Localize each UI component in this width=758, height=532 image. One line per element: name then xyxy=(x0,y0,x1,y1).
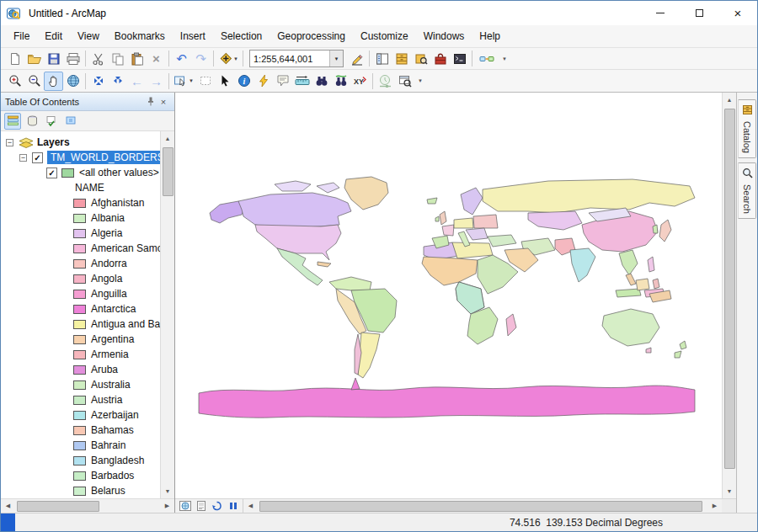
save-button[interactable] xyxy=(44,49,63,68)
list-by-drawing-order-button[interactable] xyxy=(4,113,21,130)
legend-item[interactable]: Austria xyxy=(1,392,160,407)
legend-item[interactable]: Andorra xyxy=(1,256,160,271)
legend-swatch[interactable] xyxy=(73,259,86,269)
legend-item[interactable]: Argentina xyxy=(1,332,160,347)
menu-geoprocessing[interactable]: Geoprocessing xyxy=(270,25,353,47)
legend-swatch[interactable] xyxy=(73,487,86,496)
toc-horizontal-scrollbar[interactable]: ◀ ▶ xyxy=(1,498,174,513)
add-data-button[interactable]: ▼ xyxy=(216,49,240,68)
scrollbar-thumb[interactable] xyxy=(17,501,99,512)
legend-item[interactable]: Armenia xyxy=(1,347,160,362)
menu-view[interactable]: View xyxy=(70,25,107,47)
redo-button[interactable]: ↷ xyxy=(191,49,211,68)
undo-button[interactable]: ↶ xyxy=(172,49,191,68)
pause-drawing-button[interactable] xyxy=(226,500,240,513)
legend-item[interactable]: Angola xyxy=(1,271,160,286)
legend-item[interactable]: Antarctica xyxy=(1,301,160,317)
toolbar-overflow-icon[interactable]: ▼ xyxy=(418,78,423,83)
pan-tool-button[interactable] xyxy=(44,72,63,91)
scroll-up-icon[interactable]: ▲ xyxy=(723,93,737,107)
menu-file[interactable]: File xyxy=(6,25,37,47)
legend-item[interactable]: Anguilla xyxy=(1,286,160,301)
zoom-in-button[interactable] xyxy=(5,72,24,91)
tree-item-layer[interactable]: − ✓ TM_WORLD_BORDERS xyxy=(1,150,160,165)
go-to-xy-button[interactable]: XY xyxy=(350,72,370,91)
scroll-right-icon[interactable]: ▶ xyxy=(707,499,722,513)
legend-item[interactable]: Australia xyxy=(1,377,160,392)
editor-toolbar-button[interactable] xyxy=(347,49,366,68)
legend-swatch[interactable] xyxy=(73,229,86,238)
scroll-left-icon[interactable]: ◀ xyxy=(1,499,15,513)
legend-swatch[interactable] xyxy=(73,456,86,466)
back-extent-button[interactable]: ← xyxy=(127,72,147,91)
identify-button[interactable]: i xyxy=(234,72,254,91)
refresh-view-button[interactable] xyxy=(210,500,224,513)
minimize-button[interactable] xyxy=(641,1,680,25)
fixed-zoom-in-button[interactable] xyxy=(88,72,108,91)
menu-bookmarks[interactable]: Bookmarks xyxy=(107,25,173,47)
toolbar-overflow-icon[interactable]: ▼ xyxy=(502,56,507,61)
menu-windows[interactable]: Windows xyxy=(416,25,472,47)
legend-item[interactable]: Aruba xyxy=(1,362,160,377)
tree-item-layers[interactable]: − Layers xyxy=(1,135,160,150)
legend-swatch[interactable] xyxy=(73,396,86,405)
scrollbar-thumb[interactable] xyxy=(724,109,735,469)
layout-view-button[interactable] xyxy=(194,500,208,513)
legend-swatch[interactable] xyxy=(73,471,86,481)
list-by-visibility-button[interactable] xyxy=(43,113,60,130)
scroll-down-icon[interactable]: ▼ xyxy=(161,484,175,498)
viewer-window-button[interactable] xyxy=(395,72,414,91)
menu-edit[interactable]: Edit xyxy=(37,25,70,47)
fixed-zoom-out-button[interactable] xyxy=(108,72,127,91)
menu-help[interactable]: Help xyxy=(472,25,508,47)
legend-swatch[interactable] xyxy=(73,199,86,208)
catalog-window-button[interactable] xyxy=(392,49,411,68)
legend-swatch[interactable] xyxy=(73,335,86,344)
select-features-button[interactable]: ▼ xyxy=(172,72,195,91)
select-elements-button[interactable] xyxy=(215,72,234,91)
legend-item[interactable]: Bangladesh xyxy=(1,453,160,468)
symbol-class-checkbox[interactable]: ✓ xyxy=(46,168,57,178)
pin-button[interactable] xyxy=(143,95,157,109)
data-view-button[interactable] xyxy=(178,500,192,513)
legend-item[interactable]: Afghanistan xyxy=(1,195,160,210)
legend-swatch[interactable] xyxy=(73,305,86,314)
map-scale-combobox[interactable]: 1:255,644,001 ▼ xyxy=(249,50,344,67)
legend-item[interactable]: Azerbaijan xyxy=(1,407,160,423)
menu-customize[interactable]: Customize xyxy=(353,25,416,47)
legend-item[interactable]: Bahamas xyxy=(1,423,160,438)
menu-selection[interactable]: Selection xyxy=(213,25,270,47)
menu-insert[interactable]: Insert xyxy=(173,25,213,47)
legend-swatch[interactable] xyxy=(61,168,74,178)
map-vertical-scrollbar[interactable]: ▲ ▼ xyxy=(722,93,736,498)
list-by-selection-button[interactable] xyxy=(62,113,79,130)
legend-item[interactable]: Belarus xyxy=(1,483,160,498)
toc-window-button[interactable] xyxy=(372,49,392,68)
collapse-icon[interactable]: − xyxy=(6,139,13,146)
time-slider-button[interactable] xyxy=(376,72,395,91)
delete-button[interactable]: × xyxy=(147,49,166,68)
html-popup-button[interactable] xyxy=(273,72,292,91)
scroll-down-icon[interactable]: ▼ xyxy=(723,484,737,498)
measure-button[interactable] xyxy=(292,72,312,91)
close-button[interactable]: × xyxy=(718,1,757,25)
legend-swatch[interactable] xyxy=(73,320,86,329)
legend-swatch[interactable] xyxy=(73,244,86,253)
legend-swatch[interactable] xyxy=(73,350,86,359)
legend-item[interactable]: American Samoa xyxy=(1,241,160,256)
open-folder-button[interactable] xyxy=(24,49,44,68)
new-document-button[interactable] xyxy=(5,49,24,68)
legend-swatch[interactable] xyxy=(73,411,86,420)
legend-swatch[interactable] xyxy=(73,214,86,223)
legend-swatch[interactable] xyxy=(73,380,86,390)
scroll-right-icon[interactable]: ▶ xyxy=(160,499,174,513)
scale-dropdown-button[interactable]: ▼ xyxy=(329,51,343,66)
scrollbar-thumb[interactable] xyxy=(259,501,702,512)
map-scale-value[interactable]: 1:255,644,001 xyxy=(250,54,329,64)
zoom-out-button[interactable] xyxy=(24,72,44,91)
legend-swatch[interactable] xyxy=(73,426,86,435)
paste-button[interactable] xyxy=(127,49,147,68)
legend-item[interactable]: Algeria xyxy=(1,226,160,241)
layer-name-selected[interactable]: TM_WORLD_BORDERS xyxy=(47,151,160,164)
tree-item-all-other-values[interactable]: ✓ <all other values> xyxy=(1,165,160,180)
